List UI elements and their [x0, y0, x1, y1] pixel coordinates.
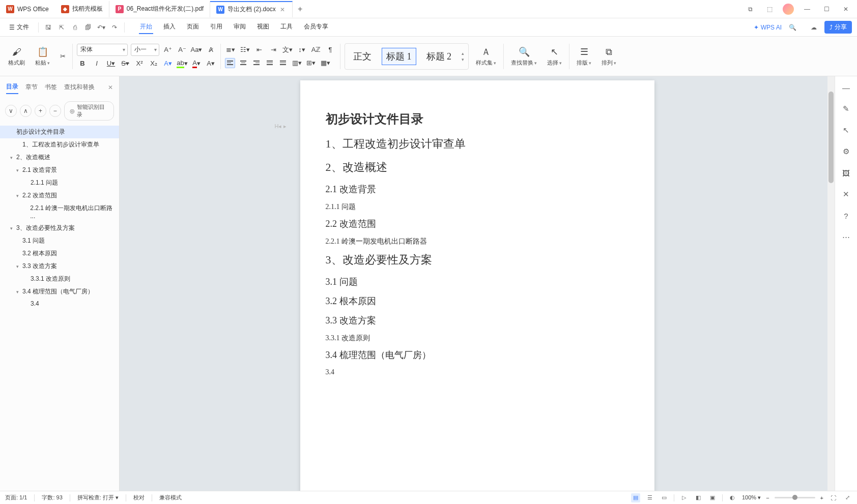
status-proof[interactable]: 校对 — [133, 494, 145, 501]
doc-heading[interactable]: 3.3.1 改造原则 — [326, 334, 629, 343]
print-icon[interactable]: ⎙ — [70, 23, 79, 32]
bullets-icon[interactable]: ≣▾ — [225, 44, 236, 55]
arrange[interactable]: ⧉ 排列▾ — [598, 44, 619, 69]
outline-item[interactable]: ▾1、工程改造初步设计审查单 — [0, 138, 119, 151]
collapse-all-button[interactable]: ∨ — [5, 105, 17, 117]
view-print-icon[interactable]: ◧ — [694, 493, 703, 502]
show-marks-icon[interactable]: ¶ — [325, 44, 336, 55]
style-heading2[interactable]: 标题 2 — [422, 48, 456, 65]
clear-format-icon[interactable]: A̷ — [205, 44, 216, 55]
outline-item[interactable]: ▾3.2 根本原因 — [0, 247, 119, 260]
doc-heading[interactable]: 2.2 改造范围 — [326, 218, 629, 230]
outline-item[interactable]: ▾3.1 问题 — [0, 234, 119, 247]
export-icon[interactable]: ⇱ — [57, 23, 66, 32]
document-tab[interactable]: ◆ 找稻壳模板 — [55, 1, 109, 17]
rail-more-icon[interactable]: ⋯ — [840, 231, 852, 243]
save-icon[interactable]: 🖫 — [44, 23, 53, 32]
maximize-button[interactable]: ☐ — [820, 3, 833, 15]
smart-detect-button[interactable]: ◎ 智能识别目录 — [64, 101, 114, 121]
strikethrough-icon[interactable]: S▾ — [120, 58, 131, 69]
italic-icon[interactable]: I — [91, 58, 102, 69]
sidebar-tab-章节[interactable]: 章节 — [25, 81, 38, 94]
scrollbar-vertical[interactable] — [827, 76, 835, 491]
tab-close-icon[interactable]: ✕ — [279, 6, 286, 13]
file-menu[interactable]: ☰ 文件 — [5, 21, 33, 34]
avatar[interactable] — [783, 4, 794, 15]
columns-icon[interactable]: ▥▾ — [291, 57, 302, 69]
format-painter[interactable]: 🖌 格式刷 — [5, 44, 28, 69]
status-page[interactable]: 页面: 1/1 — [5, 494, 27, 501]
decrease-indent-icon[interactable]: ⇤ — [253, 44, 265, 55]
close-button[interactable]: ✕ — [840, 3, 852, 15]
numbering-icon[interactable]: ☷▾ — [239, 44, 250, 55]
status-spell[interactable]: 拼写检查: 打开 ▾ — [77, 494, 119, 501]
menu-tab-视图[interactable]: 视图 — [256, 20, 270, 34]
increase-indent-icon[interactable]: ⇥ — [268, 44, 279, 55]
paste[interactable]: 📋 粘贴▾ — [32, 44, 53, 69]
menu-tab-插入[interactable]: 插入 — [162, 20, 177, 34]
expand-all-button[interactable]: ∧ — [20, 105, 32, 117]
chevron-down-icon[interactable]: ▾ — [8, 226, 14, 231]
text-direction-icon[interactable]: 文▾ — [282, 44, 293, 55]
status-words[interactable]: 字数: 93 — [42, 494, 62, 501]
sidebar-close-icon[interactable]: ✕ — [108, 84, 113, 91]
tabs-icon[interactable]: ⊞▾ — [305, 57, 317, 69]
subscript-icon[interactable]: X₂ — [148, 58, 159, 69]
menu-tab-引用[interactable]: 引用 — [209, 20, 223, 34]
outline-item[interactable]: ▾2、改造概述 — [0, 151, 119, 164]
doc-heading[interactable]: 初步设计文件目录 — [326, 111, 629, 127]
wps-ai-button[interactable]: ✦ WPS AI — [754, 24, 782, 31]
document-tab[interactable]: W 导出文档 (2).docx ✕ — [210, 1, 293, 17]
outline-item[interactable]: ▾3.3.1 改造原则 — [0, 273, 119, 285]
chevron-down-icon[interactable]: ▾ — [14, 193, 20, 198]
select[interactable]: ↖ 选择▾ — [544, 44, 565, 69]
style-heading1[interactable]: 标题 1 — [382, 48, 416, 65]
rail-select-icon[interactable]: ↖ — [840, 124, 852, 136]
sidebar-tab-查找和替换[interactable]: 查找和替换 — [64, 81, 95, 94]
outline-item[interactable]: ▾3.3 改造方案 — [0, 260, 119, 273]
multiwindow-icon[interactable]: ⧉ — [744, 3, 756, 15]
doc-heading[interactable]: 3.4 — [326, 368, 629, 376]
underline-icon[interactable]: U▾ — [105, 58, 117, 69]
outline-item[interactable]: ▾3、改造必要性及方案 — [0, 222, 119, 234]
redo-icon[interactable]: ↷ — [110, 23, 119, 32]
find-replace[interactable]: 🔍 查找替换▾ — [508, 44, 540, 69]
outline-item[interactable]: ▾2.2 改造范围 — [0, 189, 119, 202]
night-mode-icon[interactable]: ◐ — [728, 493, 737, 502]
chevron-down-icon[interactable]: ▾ — [14, 264, 20, 269]
zoom-in-button[interactable]: + — [820, 495, 823, 501]
align-justify-icon[interactable] — [265, 58, 275, 68]
outline-item[interactable]: ▾2.1.1 问题 — [0, 176, 119, 189]
chevron-down-icon[interactable]: ▾ — [14, 168, 20, 173]
menu-tab-页面[interactable]: 页面 — [186, 20, 200, 34]
chevron-down-icon[interactable]: ▾ — [14, 289, 20, 294]
rail-edit-icon[interactable]: ✎ — [840, 103, 852, 115]
share-button[interactable]: ⤴ 分享 — [824, 21, 852, 34]
undo-icon[interactable]: ↶▾ — [97, 23, 106, 32]
superscript-icon[interactable]: X² — [134, 58, 145, 69]
document-canvas[interactable]: H◂ ▸ 初步设计文件目录1、工程改造初步设计审查单2、改造概述2.1 改造背景… — [120, 76, 835, 491]
outline-item[interactable]: ▾初步设计文件目录 — [0, 126, 119, 138]
align-left-icon[interactable] — [225, 58, 235, 68]
cut-icon[interactable]: ✂ — [57, 51, 68, 62]
font-size-select[interactable]: 小一 — [131, 44, 159, 56]
doc-heading[interactable]: 3.1 问题 — [326, 276, 629, 288]
rail-minus-icon[interactable]: — — [840, 81, 852, 94]
shading-icon[interactable]: A▾ — [205, 58, 216, 69]
font-color-icon[interactable]: A▾ — [191, 58, 202, 69]
app-logo[interactable]: W WPS Office — [0, 5, 55, 13]
sidebar-tab-目录[interactable]: 目录 — [6, 80, 18, 94]
bold-icon[interactable]: B — [77, 58, 88, 69]
increase-font-icon[interactable]: A⁺ — [162, 44, 174, 55]
text-effect-icon[interactable]: A▾ — [162, 58, 174, 69]
search-icon[interactable]: 🔍 — [788, 23, 797, 32]
doc-heading[interactable]: 2.1 改造背景 — [326, 183, 629, 195]
sidebar-tab-书签[interactable]: 书签 — [45, 81, 57, 94]
style-more-button[interactable]: ▴▾ — [462, 51, 464, 62]
outline-item[interactable]: ▾3.4 梳理范围（电气厂房） — [0, 285, 119, 298]
doc-heading[interactable]: 3、改造必要性及方案 — [326, 252, 629, 268]
menu-tab-审阅[interactable]: 审阅 — [233, 20, 247, 34]
doc-heading[interactable]: 1、工程改造初步设计审查单 — [326, 136, 629, 152]
doc-heading[interactable]: 2、改造概述 — [326, 160, 629, 175]
add-heading-button[interactable]: + — [35, 105, 46, 117]
